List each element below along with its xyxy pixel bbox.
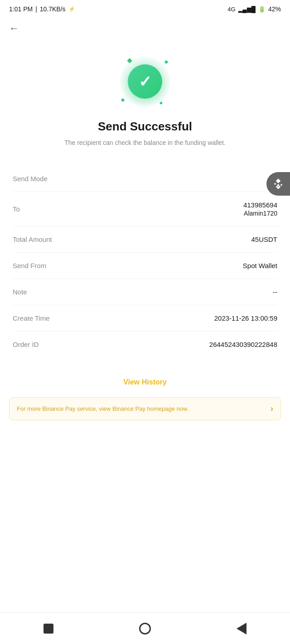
- status-left: 1:01 PM | 10.7KB/s ⚡: [9, 5, 75, 13]
- send-mode-label: Send Mode: [13, 175, 48, 183]
- to-row: To 413985694 Alamin1720: [13, 192, 277, 226]
- triangle-icon: [237, 623, 246, 634]
- total-amount-label: Total Amount: [13, 235, 52, 243]
- dot-decoration-br: [160, 101, 163, 105]
- battery-icon: 🔋: [258, 6, 266, 13]
- order-id-label: Order ID: [13, 341, 39, 348]
- create-time-value: 2023-11-26 13:00:59: [214, 314, 277, 322]
- send-from-label: Send From: [13, 262, 46, 269]
- signal-bars-icon: ▂▄▆█: [238, 6, 256, 13]
- details-section: Send Mode To 413985694 Alamin1720 Total …: [0, 161, 290, 362]
- checkmark-circle: ✓: [128, 64, 162, 99]
- checkmark-icon: ✓: [139, 74, 151, 89]
- send-from-row: Send From Spot Wallet: [13, 253, 277, 279]
- lightning-icon: ⚡: [68, 6, 75, 12]
- create-time-row: Create Time 2023-11-26 13:00:59: [13, 305, 277, 332]
- success-subtitle: The recipient can check the balance in t…: [64, 138, 226, 148]
- network-speed: 10.7KB/s: [40, 5, 66, 13]
- status-bar: 1:01 PM | 10.7KB/s ⚡ 4G ▂▄▆█ 🔋 42%: [0, 0, 290, 16]
- binance-icon: [272, 178, 285, 190]
- dot-decoration-tr: [164, 60, 168, 64]
- create-time-label: Create Time: [13, 314, 50, 322]
- send-mode-row: Send Mode: [13, 166, 277, 192]
- top-nav: ←: [0, 16, 290, 41]
- status-right: 4G ▂▄▆█ 🔋 42%: [227, 5, 281, 13]
- to-username: Alamin1720: [244, 210, 277, 217]
- to-value: 413985694 Alamin1720: [243, 201, 277, 217]
- circle-icon: [139, 623, 151, 634]
- success-icon-container: ✓: [118, 54, 172, 109]
- battery-percent: 42%: [268, 5, 281, 13]
- order-id-value: 264452430390222848: [209, 341, 277, 348]
- order-id-row: Order ID 264452430390222848: [13, 332, 277, 357]
- total-amount-row: Total Amount 45USDT: [13, 226, 277, 253]
- binance-pay-banner[interactable]: For more Binance Pay service, view Binan…: [9, 397, 281, 420]
- send-from-value: Spot Wallet: [243, 262, 277, 269]
- separator: |: [35, 5, 37, 13]
- floating-binance-button[interactable]: [266, 172, 290, 196]
- banner-text: For more Binance Pay service, view Binan…: [17, 404, 266, 413]
- bottom-nav-bar: [0, 612, 290, 644]
- signal-icon: 4G: [227, 6, 235, 13]
- nav-home-button[interactable]: [131, 620, 159, 638]
- to-label: To: [13, 205, 20, 213]
- total-amount-value: 45USDT: [251, 235, 277, 243]
- note-value: --: [273, 288, 277, 296]
- to-id: 413985694: [243, 201, 277, 209]
- square-icon: [44, 624, 53, 634]
- success-title: Send Successful: [98, 120, 192, 134]
- nav-square-button[interactable]: [35, 620, 62, 638]
- banner-arrow-icon: ›: [271, 404, 273, 413]
- note-label: Note: [13, 288, 27, 296]
- time: 1:01 PM: [9, 5, 33, 13]
- success-area: ✓ Send Successful The recipient can chec…: [0, 41, 290, 157]
- back-button[interactable]: ←: [9, 21, 23, 36]
- nav-back-button[interactable]: [228, 620, 255, 638]
- view-history-container: View History: [0, 362, 290, 397]
- note-row: Note --: [13, 279, 277, 305]
- dot-decoration-bl: [121, 98, 125, 102]
- view-history-button[interactable]: View History: [123, 378, 167, 386]
